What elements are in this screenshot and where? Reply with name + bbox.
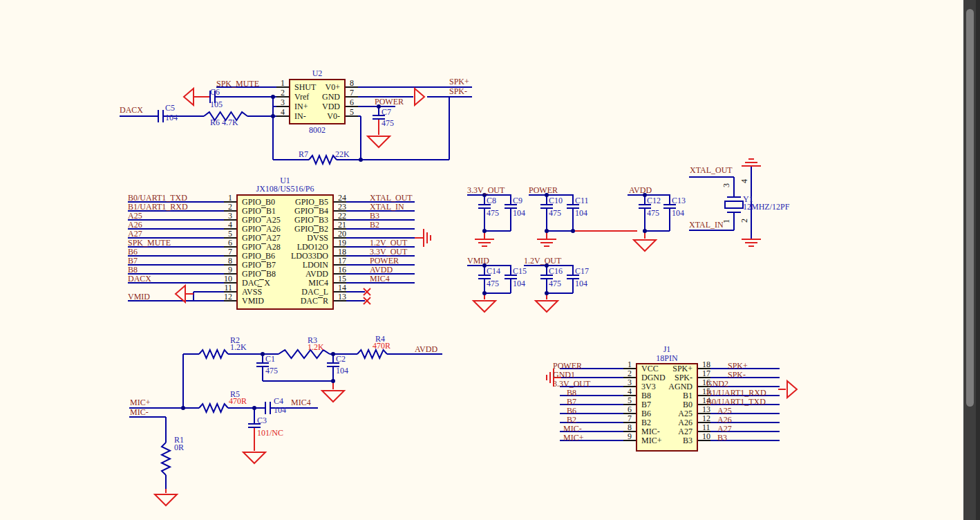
pin-number-3: 3	[604, 378, 632, 387]
pin-name-avdd: AVDD	[267, 270, 328, 278]
pin-name-agnd: AGND	[632, 382, 692, 391]
net-label-b6: B6	[128, 248, 138, 256]
pin-name-vmid: VMID	[242, 297, 264, 305]
ground-bar	[478, 242, 491, 243]
net-label-gnd1: GND1	[553, 371, 575, 379]
designator-label-104: 104	[513, 209, 525, 217]
pin-number-23: 23	[338, 203, 346, 211]
wire-segment	[120, 115, 158, 117]
wire-segment	[337, 159, 449, 160]
net-label-a26: A26	[717, 416, 732, 424]
net-label-mic+: MIC+	[563, 434, 583, 442]
schematic-canvas: U280021SHUT2Vref3IN+4IN-8V0+7GND6VDD5V0-…	[0, 0, 980, 520]
wire-segment	[182, 354, 184, 408]
net-label-b3: B3	[370, 212, 379, 220]
pin-number-11: 11	[702, 423, 710, 431]
net-label-avdd: AVDD	[629, 186, 652, 194]
designator-label-475: 475	[549, 209, 561, 217]
wire-segment	[427, 96, 472, 98]
junction-dot	[482, 291, 487, 295]
net-label-b1-uart1-rxd: B1/UART1_RXD	[128, 203, 188, 211]
designator-label-104: 104	[165, 113, 178, 122]
pin-name-vdd: VDD	[279, 102, 340, 111]
pin-number-14: 14	[338, 284, 346, 292]
designator-label-c14: C14	[487, 267, 500, 275]
junction-dot	[261, 352, 265, 356]
designator-label-104: 104	[575, 279, 587, 288]
net-label-spk+: SPK+	[728, 362, 748, 370]
resistor-symbol	[357, 350, 387, 358]
net-label-b7: B7	[567, 398, 576, 406]
pin-name-dac-x: DACX	[242, 279, 270, 287]
net-label-b1-uart1-rxd: B1/UART1_RXD	[706, 389, 766, 397]
port-arrow-icon	[413, 87, 426, 106]
junction-dot	[331, 379, 335, 383]
capacitor-plate	[158, 110, 159, 122]
net-label-a25: A25	[717, 407, 732, 415]
wire-segment	[449, 97, 450, 160]
junction-dot	[359, 158, 363, 162]
designator-label-104: 104	[274, 406, 286, 414]
designator-label-c3: C3	[257, 416, 267, 425]
wire-segment	[572, 278, 574, 293]
net-label-power: POWER	[553, 362, 582, 370]
net-label-dacx: DACX	[128, 275, 151, 283]
pin-number-8: 8	[604, 423, 632, 431]
designator-label-475: 475	[487, 209, 499, 217]
designator-label-104: 104	[513, 279, 525, 288]
wire-segment	[183, 353, 199, 355]
pin-number-5: 5	[604, 396, 632, 405]
pin-name-a26: A26	[632, 418, 692, 427]
resistor-symbol	[309, 156, 337, 164]
designator-label-c9: C9	[513, 196, 522, 205]
designator-label-475: 475	[381, 119, 394, 127]
pin-number-18: 18	[338, 248, 346, 256]
designator-label-22k: 22K	[335, 150, 350, 158]
ground-triangle-icon	[321, 389, 346, 403]
wire-segment	[484, 207, 485, 231]
pin-name-b1: B1	[632, 391, 692, 400]
net-label-spk+: SPK+	[449, 77, 469, 86]
pin-name-v0+: V0+	[279, 83, 340, 91]
power-wire-segment	[415, 237, 423, 239]
value-label-470r: 470R	[229, 397, 247, 405]
pin-number-7: 7	[350, 89, 354, 97]
wire-segment	[669, 195, 670, 204]
designator-label-475: 475	[647, 209, 659, 217]
pin-number-10: 10	[702, 432, 710, 440]
wire-segment	[484, 292, 511, 294]
chip-part-u2: 8002	[268, 126, 366, 134]
wire-segment	[510, 266, 511, 275]
designator-label-c2: C2	[336, 355, 346, 363]
pin-name-a27: A27	[632, 427, 692, 436]
designator-label-1-2k: 1.2K	[230, 343, 247, 351]
pin-number-12: 12	[702, 414, 710, 423]
net-label-mic4: MIC4	[370, 275, 390, 283]
wire-segment	[689, 176, 734, 178]
resistor-symbol	[199, 404, 228, 412]
pin-name-spk: SPK-	[632, 373, 692, 382]
wire-segment	[484, 230, 511, 232]
net-label-3-3v-out: 3.3V_OUT	[467, 186, 505, 194]
ground-triangle-icon	[366, 135, 391, 149]
net-label-gnd2: GND2	[706, 380, 728, 388]
resistor-symbol	[162, 443, 170, 475]
power-wire-segment	[194, 96, 209, 98]
designator-label-c11: C11	[575, 196, 589, 205]
wire-segment	[165, 475, 167, 489]
pin-number-7: 7	[205, 248, 232, 256]
designator-label-c1: C1	[265, 355, 275, 363]
net-label-avdd: AVDD	[370, 266, 393, 274]
wire-segment	[572, 207, 574, 231]
pin-number-17: 17	[702, 369, 710, 378]
wire-segment	[689, 230, 734, 231]
ground-bar	[745, 242, 757, 243]
net-label-a26: A26	[128, 221, 142, 229]
junction-dot	[545, 229, 549, 233]
designator-label-c13: C13	[672, 196, 686, 205]
junction-dot	[643, 229, 647, 233]
net-label-b8: B8	[128, 266, 138, 274]
scrollbar-thumb[interactable]	[966, 9, 974, 407]
junction-dot	[181, 406, 185, 410]
designator-label-c5: C5	[165, 104, 175, 112]
